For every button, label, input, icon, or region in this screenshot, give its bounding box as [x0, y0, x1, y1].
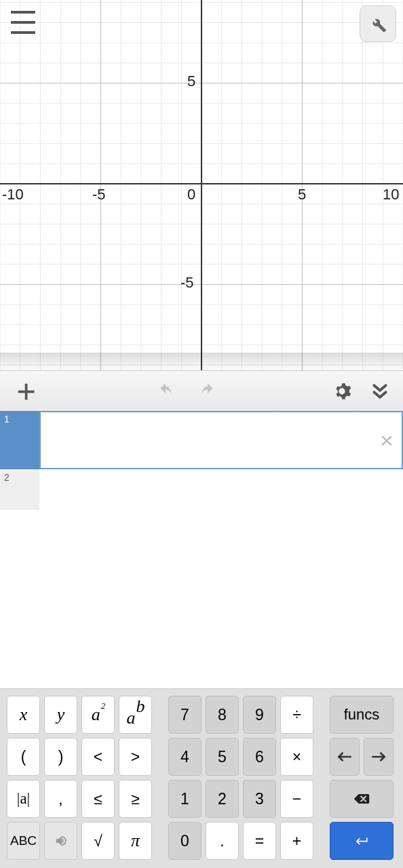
key-4[interactable]: 4 [168, 738, 202, 776]
key-a-power-b[interactable]: ab [119, 696, 152, 734]
graph-canvas[interactable]: -10 -5 0 5 10 5 -5 [0, 0, 403, 370]
key-pi[interactable]: π [119, 822, 152, 860]
key-3[interactable]: 3 [243, 780, 276, 818]
key-2[interactable]: 2 [206, 780, 239, 818]
key-multiply[interactable]: × [280, 738, 313, 776]
key-greater-equal[interactable]: ≥ [119, 780, 152, 818]
key-x[interactable]: x [7, 696, 40, 734]
expression-row-2[interactable]: 2 [0, 469, 403, 510]
expression-row-1[interactable]: 1 × [0, 411, 403, 469]
add-expression-button[interactable] [7, 372, 45, 410]
expression-toolbar [0, 370, 403, 411]
axis-label-origin: 0 [187, 186, 195, 203]
axis-label-x-10: 10 [383, 186, 399, 203]
backspace-icon [353, 791, 370, 806]
key-8[interactable]: 8 [206, 696, 239, 734]
axis-label-y-neg5: -5 [180, 274, 194, 291]
axis-label-x-neg10: -10 [2, 186, 24, 203]
axis-label-x-5: 5 [298, 186, 306, 203]
key-sqrt[interactable]: √ [81, 822, 115, 860]
plus-icon [16, 381, 36, 401]
key-equals[interactable]: = [243, 822, 276, 860]
hamburger-menu-button[interactable] [11, 11, 35, 34]
graph-settings-button[interactable] [360, 5, 396, 42]
collapse-panel-button[interactable] [361, 372, 399, 410]
delete-expression-button[interactable]: × [376, 429, 398, 451]
undo-icon [155, 382, 176, 400]
arrow-left-icon [336, 749, 353, 764]
key-a-squared[interactable]: a2 [81, 696, 115, 734]
redo-icon [197, 382, 218, 400]
key-divide[interactable]: ÷ [280, 696, 313, 734]
key-comma[interactable]: , [44, 780, 77, 818]
key-absolute-value[interactable]: |a| [7, 780, 40, 818]
redo-button[interactable] [189, 372, 227, 410]
key-6[interactable]: 6 [243, 738, 276, 776]
key-5[interactable]: 5 [206, 738, 239, 776]
key-enter[interactable] [330, 822, 394, 860]
key-minus[interactable]: − [280, 780, 313, 818]
key-functions[interactable]: funcs [330, 696, 394, 734]
expression-index: 1 [0, 411, 39, 469]
expression-input-1[interactable] [41, 412, 402, 468]
key-abc[interactable]: ABC [7, 822, 40, 860]
key-plus[interactable]: + [280, 822, 313, 860]
expression-index: 2 [0, 469, 39, 510]
axis-label-x-neg5: -5 [92, 186, 106, 203]
key-arrow-right[interactable] [364, 738, 394, 776]
key-0[interactable]: 0 [168, 822, 202, 860]
key-right-paren[interactable]: ) [44, 738, 77, 776]
keypad: x y a2 ab 7 8 9 ÷ funcs ( ) < > 4 5 6 × … [0, 688, 403, 868]
key-backspace[interactable] [330, 780, 394, 818]
key-decimal[interactable]: . [206, 822, 239, 860]
key-less-equal[interactable]: ≤ [81, 780, 115, 818]
speaker-icon [52, 833, 70, 848]
close-icon: × [380, 429, 394, 452]
undo-button[interactable] [147, 372, 185, 410]
key-audio[interactable] [44, 822, 77, 860]
wrench-icon [368, 14, 387, 33]
key-y[interactable]: y [44, 696, 77, 734]
key-9[interactable]: 9 [243, 696, 276, 734]
chevron-double-down-icon [370, 381, 390, 401]
menu-icon [11, 11, 35, 14]
key-arrow-left[interactable] [330, 738, 360, 776]
gear-icon [332, 382, 351, 401]
key-7[interactable]: 7 [168, 696, 202, 734]
graph-area[interactable]: -10 -5 0 5 10 5 -5 [0, 0, 403, 370]
key-less-than[interactable]: < [81, 738, 115, 776]
key-1[interactable]: 1 [168, 780, 202, 818]
expression-settings-button[interactable] [323, 372, 361, 410]
expression-list: 1 × 2 [0, 411, 403, 510]
arrow-right-icon [370, 749, 387, 764]
key-greater-than[interactable]: > [119, 738, 152, 776]
key-left-paren[interactable]: ( [7, 738, 40, 776]
enter-icon [353, 833, 370, 848]
axis-label-y-5: 5 [187, 73, 195, 90]
